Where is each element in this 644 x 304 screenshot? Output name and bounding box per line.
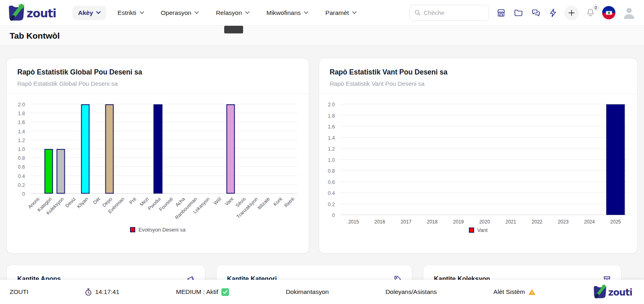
haiti-flag-icon[interactable] bbox=[602, 6, 615, 19]
bar-vant bbox=[227, 104, 235, 194]
chat-bubbles-icon bbox=[531, 8, 541, 18]
add-button[interactable] bbox=[564, 6, 579, 20]
y-axis-tick: 0.4 bbox=[319, 190, 335, 196]
app-logo[interactable]: zouti bbox=[7, 4, 59, 22]
gridline bbox=[341, 137, 629, 138]
x-axis-tick: 2024 bbox=[584, 219, 595, 225]
legend-swatch bbox=[469, 227, 474, 233]
footer-link-dokimantasyon[interactable]: Dokimantasyon bbox=[286, 288, 329, 296]
nav-item-label: Paramèt bbox=[325, 9, 349, 17]
main-content: Rapò Estatistik Global Pou Deseni sa Rap… bbox=[0, 46, 644, 304]
x-axis-tick: 2017 bbox=[400, 219, 411, 225]
y-axis-tick: 1.2 bbox=[7, 138, 25, 143]
x-axis-tick: 2021 bbox=[506, 219, 516, 225]
bar-pwodui bbox=[154, 104, 162, 194]
storefront-button[interactable] bbox=[495, 7, 507, 19]
x-axis-tick: Kont bbox=[272, 196, 283, 207]
x-axis-tick: 2023 bbox=[558, 219, 569, 225]
y-axis-tick: 2.0 bbox=[319, 102, 335, 108]
nav-item-relasyon[interactable]: Relasyon bbox=[210, 6, 255, 20]
chart-legend: Evolisyon Deseni sa bbox=[7, 227, 309, 233]
y-axis-tick: 1.6 bbox=[7, 120, 25, 125]
tooltip-remnant bbox=[224, 26, 243, 33]
nav-item-label: Estrikti bbox=[118, 9, 136, 17]
y-axis-tick: 0.8 bbox=[319, 168, 335, 174]
nav-item-paramet[interactable]: Paramèt bbox=[320, 6, 362, 20]
x-axis-tick: 2018 bbox=[427, 219, 438, 225]
x-axis-tick: Prè bbox=[128, 196, 138, 205]
zouti-logo-icon: zouti bbox=[592, 284, 634, 300]
gridline bbox=[341, 215, 629, 215]
gridline bbox=[31, 140, 297, 140]
chevron-down-icon bbox=[352, 11, 357, 14]
y-axis-tick: 1.8 bbox=[319, 113, 335, 119]
gridline bbox=[31, 104, 297, 104]
y-axis-tick: 1.8 bbox=[7, 111, 25, 116]
x-axis-tick: 2016 bbox=[374, 219, 385, 225]
y-axis-tick: 0 bbox=[7, 191, 25, 197]
main-navigation: Akèy Estrikti Operasyon Relasyon Mikwofi… bbox=[72, 6, 362, 20]
nav-item-estrikti[interactable]: Estrikti bbox=[112, 6, 150, 20]
y-axis-tick: 0.6 bbox=[319, 180, 335, 185]
user-avatar-icon bbox=[622, 6, 636, 20]
legend-label: Vant bbox=[477, 227, 488, 233]
y-axis-tick: 1.4 bbox=[319, 135, 335, 141]
messages-button[interactable] bbox=[530, 7, 542, 19]
bar-depo bbox=[105, 104, 114, 194]
y-axis-tick: 0.8 bbox=[7, 155, 25, 161]
y-axis-tick: 1.6 bbox=[319, 124, 335, 130]
y-axis-tick: 0.6 bbox=[7, 164, 25, 170]
gridline bbox=[31, 176, 297, 176]
gridline bbox=[31, 113, 297, 113]
gridline bbox=[31, 157, 297, 158]
files-button[interactable] bbox=[513, 7, 524, 19]
global-stats-card: Rapò Estatistik Global Pou Deseni sa Rap… bbox=[6, 58, 309, 254]
chart-legend: Vant bbox=[319, 227, 637, 233]
card-header: Rapò Estatistik Global Pou Deseni sa Rap… bbox=[7, 58, 309, 94]
chart-plot-area: 00.20.40.60.81.01.21.41.61.82.0201520162… bbox=[341, 104, 629, 215]
notifications-button[interactable]: 0 bbox=[585, 7, 596, 19]
nav-item-operasyon[interactable]: Operasyon bbox=[155, 6, 205, 20]
nav-item-label: Relasyon bbox=[216, 9, 242, 17]
page-heading-strip: Tab Kontwòl bbox=[0, 26, 644, 46]
x-axis-tick: Retrè bbox=[283, 196, 295, 209]
quick-actions-button[interactable] bbox=[548, 7, 558, 19]
top-navigation-bar: zouti Akèy Estrikti Operasyon Relasyon M… bbox=[0, 0, 644, 26]
notification-count-badge: 0 bbox=[592, 4, 599, 11]
gridline bbox=[341, 182, 629, 182]
gridline bbox=[341, 170, 629, 171]
search-input[interactable] bbox=[424, 9, 484, 16]
chevron-down-icon bbox=[194, 11, 199, 14]
card-subtitle: Rapò Estatistik Global Pou Deseni sa bbox=[17, 80, 298, 87]
nav-item-mikwofinans[interactable]: Mikwofinans bbox=[261, 6, 314, 20]
chart-plot-area: 00.20.40.60.81.01.21.41.61.82.0AnonsKate… bbox=[31, 104, 297, 194]
nav-item-akey[interactable]: Akèy bbox=[72, 6, 106, 20]
footer-link-doleyans[interactable]: Doleyans/Asistans bbox=[386, 288, 437, 296]
user-menu-button[interactable] bbox=[621, 5, 637, 21]
folder-icon bbox=[514, 8, 523, 18]
search-box[interactable] bbox=[409, 5, 489, 21]
header-action-icons: 0 bbox=[495, 5, 637, 21]
y-axis-tick: 0.2 bbox=[319, 202, 335, 207]
gridline bbox=[341, 115, 629, 116]
gridline bbox=[341, 204, 629, 204]
x-axis-tick: 2015 bbox=[348, 219, 359, 225]
lightning-icon bbox=[549, 8, 557, 18]
gridline bbox=[31, 166, 297, 167]
footer-time: 14:17:41 bbox=[95, 288, 119, 296]
y-axis-tick: 1.0 bbox=[319, 157, 335, 163]
footer-clock: 14:17:41 bbox=[85, 288, 119, 296]
y-axis-tick: 1.0 bbox=[7, 147, 25, 152]
gridline bbox=[31, 131, 297, 131]
legend-label: Evolisyon Deseni sa bbox=[138, 227, 186, 233]
x-axis-tick: 2022 bbox=[532, 219, 543, 225]
x-axis-tick: Vant bbox=[224, 196, 235, 207]
nav-item-label: Mikwofinans bbox=[266, 9, 301, 17]
y-axis-tick: 0.2 bbox=[7, 182, 25, 188]
stopwatch-icon bbox=[85, 288, 92, 296]
sales-stats-bar-chart: 00.20.40.60.81.01.21.41.61.82.0201520162… bbox=[319, 94, 637, 233]
global-stats-bar-chart: 00.20.40.60.81.01.21.41.61.82.0AnonsKate… bbox=[7, 94, 309, 233]
footer-link-alet-sistem[interactable]: Alèt Sistèm bbox=[493, 288, 536, 296]
status-footer: ZOUTI 14:17:41 MEDIUM : Aktif Dokimantas… bbox=[0, 280, 644, 304]
y-axis-tick: 0.4 bbox=[7, 174, 25, 179]
